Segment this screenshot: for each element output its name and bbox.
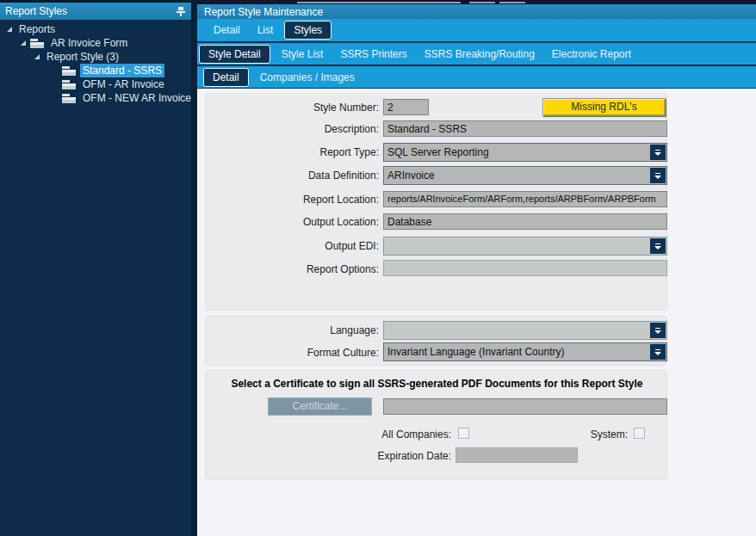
language-dropdown[interactable]: [383, 321, 667, 340]
folder-icon: [62, 94, 76, 103]
description-label: Description:: [220, 123, 379, 135]
sidebar-titlebar: Report Styles: [0, 3, 191, 20]
expiration-date-field[interactable]: [455, 447, 578, 463]
all-companies-checkbox[interactable]: [458, 428, 469, 439]
tab-styles[interactable]: Styles: [284, 21, 332, 40]
tab-style-list[interactable]: Style List: [276, 48, 330, 60]
format-culture-label: Format Culture:: [220, 347, 379, 359]
missing-rdls-button[interactable]: Missing RDL's: [542, 98, 666, 116]
report-style-maintenance-panel: Report Style Maintenance Detail List Sty…: [197, 0, 756, 536]
folder-icon: [30, 39, 44, 48]
expander-icon[interactable]: [34, 54, 40, 59]
description-field[interactable]: Standard - SSRS: [383, 120, 667, 137]
sidebar-title: Report Styles: [5, 5, 176, 17]
report-location-field[interactable]: reports/ARInvoiceForm/ARForm,reports/ARP…: [383, 191, 667, 207]
tab-companies-images[interactable]: Companies / Images: [254, 71, 361, 83]
system-label: System:: [473, 428, 628, 441]
system-checkbox[interactable]: [634, 428, 645, 439]
tree-item-ofm-new-ar-invoice[interactable]: OFM - NEW AR Invoice: [0, 91, 191, 105]
tab-bar-level1: Detail List Styles: [197, 19, 756, 41]
tree-item-label-selected[interactable]: Standard - SSRS: [80, 64, 164, 77]
style-number-label: Style Number:: [220, 102, 379, 114]
detail-form-panel: Style Number: 2 Missing RDL's Descriptio…: [205, 93, 667, 311]
folder-icon: [62, 66, 76, 76]
folder-icon: [62, 80, 76, 89]
tab-list[interactable]: List: [251, 24, 280, 36]
language-panel: Language: Format Culture: Invariant Lang…: [205, 316, 667, 366]
tab-electronic-report[interactable]: Electronic Report: [546, 48, 637, 60]
tree-item-ar-invoice-form[interactable]: AR Invoice Form: [0, 36, 191, 50]
output-location-field[interactable]: Database: [383, 213, 667, 230]
language-label: Language:: [220, 324, 379, 336]
certificate-field[interactable]: [383, 398, 667, 415]
tree-item-label[interactable]: OFM - AR Invoice: [80, 77, 167, 91]
tree-item-label[interactable]: AR Invoice Form: [48, 36, 130, 50]
chevron-down-icon[interactable]: [650, 145, 666, 160]
chevron-down-icon[interactable]: [650, 344, 666, 360]
style-number-field[interactable]: 2: [383, 99, 429, 115]
tree-item-reports[interactable]: Reports: [0, 22, 191, 36]
chevron-down-icon[interactable]: [650, 323, 666, 338]
report-options-field[interactable]: [383, 260, 667, 276]
output-edi-dropdown[interactable]: [383, 237, 667, 256]
report-location-label: Report Location:: [220, 194, 379, 206]
panel-separator: [191, 0, 197, 536]
certificate-panel: Select a Certificate to sign all SSRS-ge…: [205, 370, 667, 479]
output-edi-label: Output EDI:: [220, 240, 379, 252]
pin-icon[interactable]: [176, 6, 186, 17]
tab-bar-level3: Detail Companies / Images: [197, 66, 756, 88]
toolbar-remnant: [469, 2, 495, 3]
main-titlebar: Report Style Maintenance: [197, 4, 756, 19]
tree-item-standard-ssrs[interactable]: Standard - SSRS: [0, 64, 191, 77]
tab-divider: [197, 88, 756, 89]
report-styles-panel: Report Styles Reports AR Invoice Form Re…: [0, 0, 191, 536]
all-companies-label: All Companies:: [292, 428, 451, 441]
report-styles-tree: Reports AR Invoice Form Report Style (3)…: [0, 20, 191, 105]
tree-item-label[interactable]: OFM - NEW AR Invoice: [80, 91, 194, 105]
chevron-down-icon[interactable]: [650, 168, 666, 183]
data-definition-dropdown[interactable]: ARInvoice: [383, 166, 667, 185]
chevron-down-icon[interactable]: [650, 238, 666, 254]
tree-item-ofm-ar-invoice[interactable]: OFM - AR Invoice: [0, 77, 191, 91]
main-title: Report Style Maintenance: [204, 6, 323, 18]
output-location-label: Output Location:: [220, 216, 379, 228]
report-options-label: Report Options:: [220, 263, 379, 275]
expander-icon[interactable]: [21, 40, 26, 46]
tree-item-label[interactable]: Reports: [16, 22, 58, 36]
data-definition-label: Data Definition:: [220, 169, 379, 182]
tab-detail-inner[interactable]: Detail: [203, 68, 249, 87]
certificate-heading: Select a Certificate to sign all SSRS-ge…: [206, 378, 668, 390]
tab-style-detail[interactable]: Style Detail: [199, 45, 270, 64]
main-top-strip: [197, 0, 756, 4]
tab-ssrs-breaking-routing[interactable]: SSRS Breaking/Routing: [418, 48, 541, 60]
tree-item-label[interactable]: Report Style (3): [44, 50, 121, 64]
expander-icon[interactable]: [7, 27, 12, 32]
tab-detail[interactable]: Detail: [208, 24, 246, 36]
format-culture-dropdown[interactable]: Invariant Language (Invariant Country): [383, 342, 667, 361]
tree-item-report-style[interactable]: Report Style (3): [0, 50, 191, 64]
tab-bar-level2: Style Detail Style List SSRS Printers SS…: [197, 43, 756, 65]
toolbar-remnant: [499, 2, 525, 3]
toolbar-remnant: [297, 2, 461, 3]
expiration-date-label: Expiration Date:: [292, 450, 451, 462]
app-window: Report Styles Reports AR Invoice Form Re…: [0, 0, 756, 536]
tab-ssrs-printers[interactable]: SSRS Printers: [334, 48, 412, 60]
report-type-label: Report Type:: [220, 146, 379, 158]
certificate-button[interactable]: Certificate...: [268, 397, 372, 416]
report-type-dropdown[interactable]: SQL Server Reporting: [383, 143, 667, 162]
